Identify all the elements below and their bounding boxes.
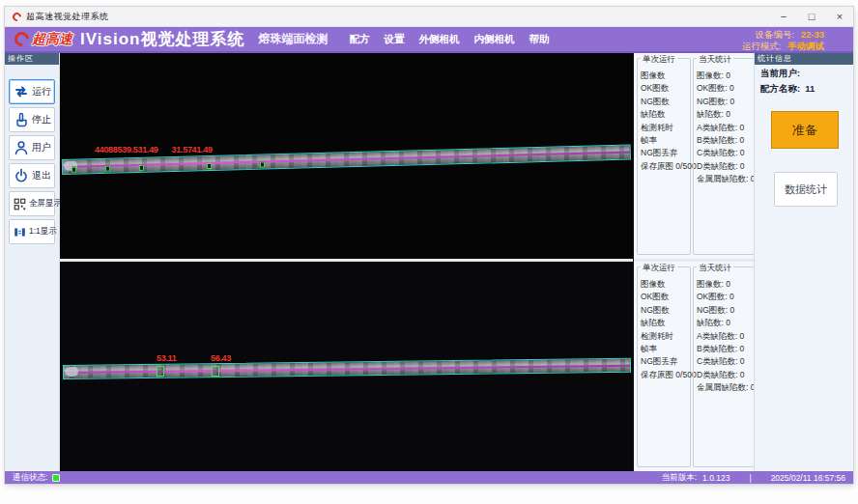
stat-row: NG图丢弃 bbox=[641, 147, 690, 159]
run-button[interactable]: 运行 bbox=[9, 79, 55, 104]
measurement-annotation: 44088539.531.4931.5741.49 bbox=[95, 145, 226, 154]
stat-row: NG图数: 0 bbox=[697, 96, 755, 108]
stat-row: NG图丢弃 bbox=[641, 355, 690, 368]
menu-item[interactable]: 设置 bbox=[384, 33, 404, 46]
single-run-groupbox: 单次运行 图像数OK图数NG图数缺陷数检测耗时帧率NG图丢弃保存原图 0/500 bbox=[637, 58, 691, 255]
today-stats-title: 当天统计 bbox=[697, 263, 733, 274]
titlebar: 超高速视觉处理系统 − □ × bbox=[5, 7, 853, 27]
today-stats-title: 当天统计 bbox=[697, 54, 733, 66]
statistics-column: 单次运行 图像数OK图数NG图数缺陷数检测耗时帧率NG图丢弃保存原图 0/500… bbox=[633, 53, 754, 471]
minimize-button[interactable]: − bbox=[778, 12, 789, 22]
strip-roi-overlay bbox=[63, 358, 631, 379]
stat-row: 图像数 bbox=[641, 70, 690, 82]
stat-row: 缺陷数: 0 bbox=[697, 317, 755, 329]
stat-row: 帧率 bbox=[641, 343, 690, 355]
stat-row: OK图数: 0 bbox=[697, 82, 755, 95]
run-button-label: 运行 bbox=[32, 85, 51, 98]
annotation-value: 56.43 bbox=[211, 353, 231, 363]
stats-section-top: 单次运行 图像数OK图数NG图数缺陷数检测耗时帧率NG图丢弃保存原图 0/500… bbox=[634, 53, 754, 259]
device-number-label: 设备编号: bbox=[755, 29, 794, 40]
one-to-one-button[interactable]: 1:1显示 bbox=[9, 219, 55, 244]
today-stats-groupbox: 当天统计 图像数: 0OK图数: 0NG图数: 0缺陷数: 0A类缺陷数: 0B… bbox=[693, 266, 756, 467]
recipe-name-value: 11 bbox=[805, 83, 815, 94]
stat-row: B类缺陷数: 0 bbox=[697, 343, 755, 355]
single-run-groupbox: 单次运行 图像数OK图数NG图数缺陷数检测耗时帧率NG图丢弃保存原图 0/500 bbox=[637, 266, 691, 467]
stat-row: 图像数: 0 bbox=[697, 70, 755, 82]
inner-camera-view[interactable]: 53.11 56.43 bbox=[60, 262, 633, 471]
annotation-value: 44088539.531.49 bbox=[95, 145, 158, 154]
fullscreen-button-label: 全屏显示 bbox=[29, 198, 62, 210]
defect-mark bbox=[72, 167, 76, 173]
comm-status-label: 通信状态: bbox=[13, 472, 47, 484]
menu-item[interactable]: 配方 bbox=[349, 33, 369, 46]
menu-item[interactable]: 帮助 bbox=[529, 33, 549, 46]
current-user-label: 当前用户: bbox=[760, 68, 800, 78]
outer-camera-view[interactable]: 44088539.531.4931.5741.49 bbox=[60, 53, 633, 259]
user-button-label: 用户 bbox=[32, 141, 51, 154]
fullscreen-grid-icon bbox=[14, 198, 26, 210]
stat-row: 保存原图 0/500 bbox=[641, 369, 690, 381]
stat-row: 金属屑缺陷数: 0 bbox=[697, 173, 755, 185]
stats-section-bottom: 单次运行 图像数OK图数NG图数缺陷数检测耗时帧率NG图丢弃保存原图 0/500… bbox=[634, 262, 754, 471]
info-panel-title: 统计信息 bbox=[755, 53, 853, 65]
statusbar-separator: | bbox=[749, 473, 751, 483]
data-stats-button[interactable]: 数据统计 bbox=[774, 172, 838, 207]
close-button[interactable]: × bbox=[834, 12, 845, 22]
stop-button[interactable]: 停止 bbox=[9, 107, 55, 132]
run-mode-value: 手动调试 bbox=[787, 41, 824, 51]
stat-row: D类缺陷数: 0 bbox=[697, 160, 755, 173]
measurement-annotation: 56.43 bbox=[211, 353, 244, 363]
defect-box-overlay bbox=[157, 366, 164, 377]
one-to-one-button-label: 1:1显示 bbox=[29, 226, 57, 238]
stat-row: 保存原图 0/500 bbox=[641, 160, 690, 173]
window-title: 超高速视觉处理系统 bbox=[26, 11, 109, 23]
annotation-value: 53.11 bbox=[157, 353, 177, 363]
stat-row: OK图数 bbox=[641, 82, 690, 95]
recipe-name-label: 配方名称: bbox=[760, 83, 800, 94]
status-bar: 通信状态: 当前版本: 1.0.123 | 2025/02/11 16:57:5… bbox=[5, 471, 853, 484]
stat-row: OK图数: 0 bbox=[697, 291, 755, 303]
comm-status-indicator bbox=[52, 474, 60, 482]
app-title: IVision视觉处理系统 bbox=[80, 28, 244, 50]
maximize-button[interactable]: □ bbox=[806, 12, 817, 22]
stat-row: 检测耗时 bbox=[641, 330, 690, 343]
strip-end-cap bbox=[65, 367, 78, 377]
single-run-title: 单次运行 bbox=[641, 54, 677, 66]
stat-row: 缺陷数 bbox=[641, 108, 690, 121]
measurement-annotation: 53.11 bbox=[157, 353, 190, 363]
one-to-one-icon bbox=[14, 226, 26, 238]
app-window: 超高速视觉处理系统 − □ × 超高速 IVision视觉处理系统 熔珠端面检测… bbox=[5, 7, 853, 484]
stat-row: D类缺陷数: 0 bbox=[697, 369, 755, 381]
app-header: 超高速 IVision视觉处理系统 熔珠端面检测 配方设置外侧相机内侧相机帮助 … bbox=[5, 27, 853, 53]
power-icon bbox=[14, 168, 29, 183]
app-logo-icon bbox=[11, 11, 23, 23]
user-button[interactable]: 用户 bbox=[9, 135, 55, 160]
menu-item[interactable]: 内侧相机 bbox=[473, 33, 514, 46]
centerline-overlay bbox=[64, 365, 630, 374]
run-loop-icon bbox=[14, 84, 29, 99]
product-strip-image bbox=[63, 358, 631, 379]
stat-row: B类缺陷数: 0 bbox=[697, 134, 755, 147]
stat-row: 图像数: 0 bbox=[697, 278, 755, 291]
main-content: 操作区 运行 停止 bbox=[5, 53, 853, 471]
defect-mark bbox=[139, 165, 144, 171]
stat-row: NG图数 bbox=[641, 96, 690, 108]
stat-row: OK图数 bbox=[641, 291, 690, 303]
stat-row: 金属屑缺陷数: 0 bbox=[697, 381, 755, 394]
stat-row: 图像数 bbox=[641, 278, 690, 291]
prepare-button[interactable]: 准备 bbox=[771, 111, 839, 149]
version-label: 当前版本: bbox=[662, 472, 697, 484]
stat-row: 检测耗时 bbox=[641, 122, 690, 134]
stat-row: 缺陷数 bbox=[641, 317, 690, 329]
version-value: 1.0.123 bbox=[702, 473, 729, 483]
exit-button[interactable]: 退出 bbox=[9, 163, 55, 188]
defect-mark bbox=[207, 163, 212, 169]
device-info: 设备编号: 22-33 运行模式: 手动调试 bbox=[742, 29, 824, 52]
menu-item[interactable]: 外侧相机 bbox=[418, 33, 459, 46]
app-subtitle: 熔珠端面检测 bbox=[258, 31, 328, 47]
info-panel: 统计信息 当前用户: 配方名称:11 准备 数据统计 bbox=[754, 53, 853, 471]
exit-button-label: 退出 bbox=[32, 169, 51, 182]
stat-row: A类缺陷数: 0 bbox=[697, 330, 755, 343]
fullscreen-button[interactable]: 全屏显示 bbox=[9, 191, 55, 216]
brand-logo-text: 超高速 bbox=[32, 31, 72, 48]
